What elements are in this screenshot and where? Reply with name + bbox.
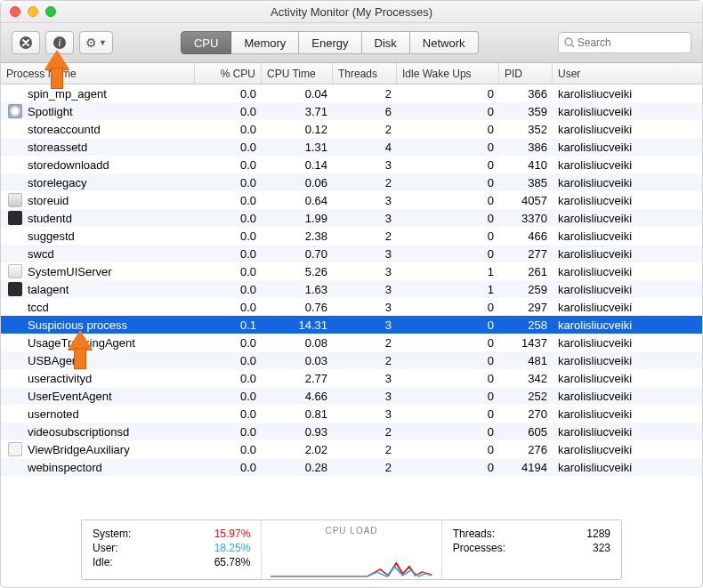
cell-pid: 466 xyxy=(499,230,553,243)
cell-threads: 3 xyxy=(333,390,397,403)
systemui-icon xyxy=(8,264,22,278)
cell-user: karolisliucveiki xyxy=(553,283,702,296)
cell-threads: 3 xyxy=(333,212,397,225)
table-row[interactable]: usernoted0.00.8130270karolisliucveiki xyxy=(1,405,702,423)
annotation-arrow-top xyxy=(44,50,69,69)
table-row[interactable]: videosubscriptionsd0.00.9320605karolisli… xyxy=(1,423,702,440)
cell-pid: 481 xyxy=(499,354,553,367)
table-row[interactable]: storeaccountd0.00.1220352karolisliucveik… xyxy=(1,120,702,138)
blank-icon xyxy=(8,460,22,474)
cell-threads: 3 xyxy=(333,318,397,332)
process-name: storedownloadd xyxy=(28,158,109,172)
cell-pid: 258 xyxy=(499,318,553,332)
cell-wake: 0 xyxy=(397,158,499,172)
tab-energy[interactable]: Energy xyxy=(299,31,361,54)
search-input[interactable] xyxy=(578,36,685,49)
blank-icon xyxy=(8,371,22,385)
process-name: SystemUIServer xyxy=(28,265,112,278)
table-row[interactable]: webinspectord0.00.28204194karolisliucvei… xyxy=(1,458,702,476)
cell-wake: 0 xyxy=(397,336,499,350)
cell-user: karolisliucveiki xyxy=(553,194,702,207)
cell-cpu: 0.0 xyxy=(195,443,262,456)
cell-threads: 2 xyxy=(333,230,397,243)
cell-pid: 359 xyxy=(499,105,553,118)
col-cpu-time[interactable]: CPU Time xyxy=(262,63,333,84)
table-row[interactable]: Suspicious process0.114.3130258karolisli… xyxy=(1,316,702,334)
process-table[interactable]: spin_mp_agent0.00.0420366karolisliucveik… xyxy=(1,85,702,503)
col-process-name[interactable]: Process Name xyxy=(1,63,195,84)
col-cpu[interactable]: % CPU xyxy=(195,63,262,84)
col-user[interactable]: User xyxy=(553,63,702,84)
cell-time: 1.99 xyxy=(262,212,333,225)
cell-wake: 0 xyxy=(397,354,499,367)
table-row[interactable]: Spotlight0.03.7160359karolisliucveiki xyxy=(1,102,702,120)
cell-cpu: 0.1 xyxy=(195,318,262,332)
cell-pid: 276 xyxy=(499,443,553,456)
cell-wake: 0 xyxy=(397,461,499,474)
table-row[interactable]: swcd0.00.7030277karolisliucveiki xyxy=(1,245,702,262)
table-row[interactable]: storeassetd0.01.3140386karolisliucveiki xyxy=(1,138,702,156)
table-row[interactable]: UsageTrackingAgent0.00.08201437karolisli… xyxy=(1,334,702,351)
cell-pid: 277 xyxy=(499,247,553,261)
cell-pid: 352 xyxy=(499,123,553,136)
col-wake[interactable]: Idle Wake Ups xyxy=(397,63,499,84)
table-row[interactable]: storelegacy0.00.0620385karolisliucveiki xyxy=(1,173,702,191)
blank-icon xyxy=(8,175,22,189)
cell-wake: 0 xyxy=(397,318,499,332)
cell-threads: 3 xyxy=(333,283,397,296)
table-row[interactable]: talagent0.01.6331259karolisliucveiki xyxy=(1,280,702,298)
cpu-load-graph: CPU LOAD xyxy=(261,520,441,579)
cell-wake: 0 xyxy=(397,372,499,385)
search-field[interactable] xyxy=(558,32,691,53)
cell-user: karolisliucveiki xyxy=(553,407,702,421)
cell-pid: 259 xyxy=(499,283,553,296)
process-name: usernoted xyxy=(28,407,79,421)
cell-cpu: 0.0 xyxy=(195,336,262,350)
col-threads[interactable]: Threads xyxy=(333,63,397,84)
tab-cpu[interactable]: CPU xyxy=(181,31,231,54)
cell-user: karolisliucveiki xyxy=(553,123,702,136)
cell-wake: 0 xyxy=(397,212,499,225)
table-row[interactable]: ViewBridgeAuxiliary0.02.0220276karolisli… xyxy=(1,440,702,458)
settings-button[interactable]: ⚙︎ ▼ xyxy=(79,31,113,54)
col-pid[interactable]: PID xyxy=(499,63,553,84)
cell-user: karolisliucveiki xyxy=(553,265,702,278)
table-row[interactable]: studentd0.01.99303370karolisliucveiki xyxy=(1,209,702,227)
cell-user: karolisliucveiki xyxy=(553,141,702,154)
cell-pid: 261 xyxy=(499,265,553,278)
process-name: studentd xyxy=(28,212,72,225)
annotation-arrow-top-body xyxy=(51,68,63,89)
cell-cpu: 0.0 xyxy=(195,390,262,403)
cell-cpu: 0.0 xyxy=(195,105,262,118)
processes-label: Processes: xyxy=(453,542,505,554)
tab-network[interactable]: Network xyxy=(410,31,479,54)
app-icon xyxy=(8,211,22,225)
tab-memory[interactable]: Memory xyxy=(231,31,299,54)
cell-pid: 4194 xyxy=(499,461,553,474)
blank-icon xyxy=(8,86,22,101)
table-row[interactable]: USBAgent0.00.0320481karolisliucveiki xyxy=(1,351,702,369)
user-label: User: xyxy=(93,542,118,554)
table-row[interactable]: spin_mp_agent0.00.0420366karolisliucveik… xyxy=(1,85,702,102)
table-row[interactable]: storeuid0.00.64304057karolisliucveiki xyxy=(1,191,702,209)
cell-wake: 0 xyxy=(397,425,499,439)
cell-pid: 386 xyxy=(499,141,553,154)
tab-segment: CPUMemoryEnergyDiskNetwork xyxy=(181,31,479,54)
table-row[interactable]: suggestd0.02.3820466karolisliucveiki xyxy=(1,227,702,245)
cell-threads: 3 xyxy=(333,247,397,261)
table-row[interactable]: tccd0.00.7630297karolisliucveiki xyxy=(1,298,702,316)
table-row[interactable]: UserEventAgent0.04.6630252karolisliucvei… xyxy=(1,387,702,405)
cell-wake: 0 xyxy=(397,407,499,421)
cell-threads: 2 xyxy=(333,461,397,474)
cell-user: karolisliucveiki xyxy=(553,461,702,474)
cell-threads: 2 xyxy=(333,443,397,456)
cell-wake: 1 xyxy=(397,265,499,278)
stop-process-button[interactable] xyxy=(12,31,40,54)
table-row[interactable]: storedownloadd0.00.1430410karolisliucvei… xyxy=(1,156,702,173)
table-row[interactable]: useractivityd0.02.7730342karolisliucveik… xyxy=(1,369,702,387)
tab-disk[interactable]: Disk xyxy=(362,31,410,54)
cell-time: 0.03 xyxy=(262,354,333,367)
cell-pid: 252 xyxy=(499,390,553,403)
cell-cpu: 0.0 xyxy=(195,87,262,101)
table-row[interactable]: SystemUIServer0.05.2631261karolisliucvei… xyxy=(1,262,702,280)
